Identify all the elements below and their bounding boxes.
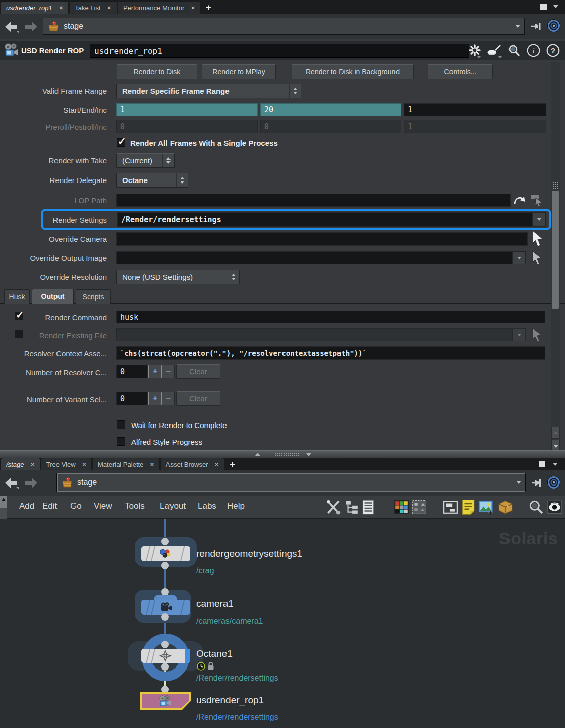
- render-settings-dropdown-icon[interactable]: [533, 212, 546, 227]
- hook-arrow-icon[interactable]: [513, 194, 526, 207]
- help-icon[interactable]: ?: [546, 44, 560, 57]
- render-with-take-select[interactable]: (Current): [116, 153, 175, 168]
- menu-help[interactable]: Help: [227, 501, 245, 511]
- single-process-checkbox[interactable]: [117, 138, 125, 147]
- color-palette-icon[interactable]: [394, 500, 409, 515]
- collapse-down-icon[interactable]: [306, 453, 311, 456]
- scrollbar-grip[interactable]: [552, 181, 558, 189]
- spinner-icon[interactable]: [289, 84, 301, 98]
- collapse-up-icon[interactable]: [255, 453, 260, 456]
- frame-end-field[interactable]: 20: [260, 103, 401, 116]
- node-output-dot[interactable]: [161, 613, 169, 621]
- close-icon[interactable]: [150, 462, 154, 467]
- sticky-note-icon[interactable]: [461, 499, 476, 515]
- spinner-icon[interactable]: [176, 173, 188, 187]
- num-variant-field[interactable]: 0: [116, 392, 148, 405]
- close-icon[interactable]: [191, 5, 195, 11]
- variant-clear-button[interactable]: Clear: [176, 391, 220, 406]
- menu-go[interactable]: Go: [70, 501, 82, 511]
- brush-icon[interactable]: [487, 44, 502, 58]
- node-input-dot[interactable]: [161, 538, 169, 545]
- file-select-icon[interactable]: [531, 328, 544, 343]
- scroll-up-button[interactable]: [551, 427, 560, 439]
- node-output-dot[interactable]: [161, 562, 169, 569]
- override-resolution-select[interactable]: None (USD Settings): [116, 270, 240, 284]
- pane2-path-field[interactable]: stage: [56, 473, 526, 492]
- spinner-icon[interactable]: [228, 270, 239, 284]
- menu-edit[interactable]: Edit: [42, 501, 57, 511]
- link-target-icon[interactable]: [547, 475, 561, 490]
- divider-grip[interactable]: [275, 453, 299, 457]
- tab-scripts[interactable]: Scripts: [76, 289, 111, 304]
- lop-path-field[interactable]: [116, 194, 511, 207]
- tab-performance-monitor[interactable]: Performance Monitor: [118, 2, 200, 14]
- path-dropdown-icon[interactable]: [515, 25, 520, 28]
- node-input-dot[interactable]: [161, 588, 169, 596]
- tab-husk[interactable]: Husk: [4, 289, 30, 304]
- info-icon[interactable]: i: [527, 44, 540, 57]
- back-arrow-icon[interactable]: [4, 20, 20, 34]
- output-image-dropdown-icon[interactable]: [513, 251, 526, 264]
- menu-add[interactable]: Add: [19, 501, 34, 511]
- resolver-plus-button[interactable]: +: [148, 365, 162, 378]
- window-layout-icon[interactable]: [443, 500, 458, 515]
- spinner-icon[interactable]: [162, 154, 174, 167]
- forward-arrow-icon[interactable]: [23, 20, 38, 34]
- render-to-disk-button[interactable]: Render to Disk: [117, 64, 197, 79]
- search-icon[interactable]: [507, 44, 521, 57]
- resolver-clear-button[interactable]: Clear: [176, 364, 220, 379]
- wait-for-render-checkbox[interactable]: [117, 420, 125, 429]
- network-editor[interactable]: Solaris rendergeometrysettings1 /crag ca…: [0, 519, 565, 728]
- tab-material-palette[interactable]: Material Palette: [93, 458, 159, 470]
- pane1-path-field[interactable]: stage: [43, 18, 525, 35]
- visibility-eye-icon[interactable]: [547, 500, 562, 515]
- prim-select-arrow-icon[interactable]: [531, 230, 544, 247]
- close-icon[interactable]: [30, 462, 34, 467]
- forward-arrow-icon[interactable]: [23, 476, 38, 490]
- render-delegate-select[interactable]: Octane: [116, 173, 188, 188]
- frame-start-field[interactable]: 1: [116, 103, 258, 116]
- node-usdrender-rop1-selected[interactable]: [140, 692, 191, 710]
- shapes-grid-icon[interactable]: [412, 500, 427, 515]
- resolver-context-field[interactable]: `chs(strcat(opcreator("."), "/resolverco…: [116, 346, 545, 360]
- variant-minus-button[interactable]: −: [162, 392, 175, 405]
- render-to-disk-background-button[interactable]: Render to Disk in Background: [292, 64, 414, 79]
- link-target-icon[interactable]: [547, 19, 561, 33]
- num-resolver-field[interactable]: 0: [116, 365, 148, 378]
- pin-icon[interactable]: [531, 477, 543, 489]
- render-settings-field[interactable]: /Render/rendersettings: [117, 212, 533, 227]
- resolver-minus-button[interactable]: −: [162, 365, 175, 378]
- node-input-dot[interactable]: [161, 686, 169, 693]
- pane1-maximize-icon[interactable]: [540, 4, 547, 10]
- op-select-icon[interactable]: [530, 193, 544, 207]
- tab-usdrender-rop1[interactable]: usdrender_rop1: [1, 2, 68, 14]
- override-camera-field[interactable]: [116, 232, 528, 246]
- node-camera1[interactable]: [141, 600, 190, 615]
- new-tab-button[interactable]: [202, 2, 215, 14]
- tab-output[interactable]: Output: [32, 289, 74, 304]
- close-icon[interactable]: [107, 5, 111, 11]
- package-box-icon[interactable]: [497, 499, 514, 515]
- render-to-mplay-button[interactable]: Render to MPlay: [202, 64, 276, 79]
- image-add-icon[interactable]: [478, 499, 493, 515]
- render-command-field[interactable]: husk: [116, 311, 545, 323]
- menu-tools[interactable]: Tools: [125, 501, 145, 511]
- close-icon[interactable]: [82, 462, 86, 467]
- pin-icon[interactable]: [530, 20, 542, 32]
- pane2-tabbar-menu-icon[interactable]: [553, 463, 558, 466]
- search-icon[interactable]: [529, 500, 544, 515]
- side-handle[interactable]: [0, 496, 7, 519]
- node-output-dot[interactable]: [161, 663, 169, 671]
- valid-frame-range-select[interactable]: Render Specific Frame Range: [116, 84, 301, 98]
- pane1-tabbar-menu-icon[interactable]: [553, 5, 558, 8]
- controls-button[interactable]: Controls...: [428, 64, 493, 79]
- menu-layout[interactable]: Layout: [160, 501, 186, 511]
- alfred-progress-checkbox[interactable]: [117, 437, 125, 446]
- tab-asset-browser[interactable]: Asset Browser: [161, 458, 224, 470]
- node-rendergeometrysettings1[interactable]: [141, 546, 190, 561]
- tab-stage[interactable]: /stage: [1, 458, 40, 470]
- menu-view[interactable]: View: [94, 501, 112, 511]
- pane2-maximize-icon[interactable]: [539, 461, 545, 467]
- existing-file-dropdown-icon[interactable]: [513, 328, 526, 341]
- scrollbar-thumb[interactable]: [552, 191, 559, 309]
